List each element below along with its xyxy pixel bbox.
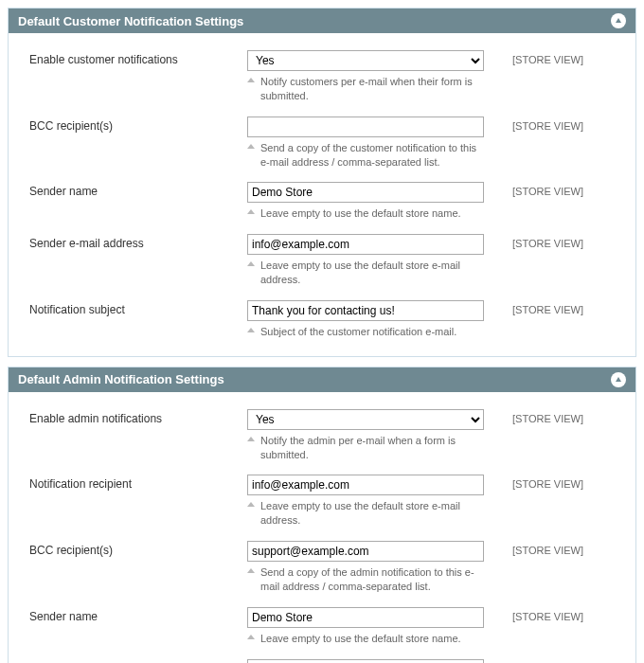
field-row-enable-admin: Enable admin notifications Yes Notify th… — [29, 409, 615, 462]
help-arrow-icon — [247, 328, 255, 332]
label-customer-sender-email: Sender e-mail address — [29, 234, 247, 250]
help-arrow-icon — [247, 144, 255, 149]
customer-sender-email-input[interactable] — [247, 234, 484, 255]
control-customer-sender-email: Leave empty to use the default store e-m… — [247, 234, 484, 287]
control-customer-subject: Subject of the customer notification e-m… — [247, 300, 484, 339]
field-row-customer-bcc: BCC recipient(s) Send a copy of the cust… — [29, 116, 615, 170]
admin-notification-section: Default Admin Notification Settings Enab… — [8, 367, 636, 663]
admin-section-body: Enable admin notifications Yes Notify th… — [9, 392, 635, 663]
admin-sender-name-input[interactable] — [247, 607, 484, 628]
scope-label: [STORE VIEW] — [512, 300, 583, 315]
label-customer-sender-name: Sender name — [29, 182, 247, 198]
help-enable-customer: Notify customers per e-mail when their f… — [247, 75, 484, 103]
admin-sender-email-input[interactable] — [247, 659, 484, 663]
admin-section-header[interactable]: Default Admin Notification Settings — [9, 367, 635, 392]
admin-bcc-input[interactable] — [247, 541, 484, 562]
help-enable-admin: Notify the admin per e-mail when a form … — [247, 434, 484, 462]
control-admin-recipient: Leave empty to use the default store e-m… — [247, 475, 484, 528]
label-admin-sender-name: Sender name — [29, 607, 247, 623]
admin-section-title: Default Admin Notification Settings — [18, 372, 224, 386]
label-customer-bcc: BCC recipient(s) — [29, 116, 247, 133]
help-admin-bcc: Send a copy of the admin notification to… — [247, 565, 484, 594]
scope-label: [STORE VIEW] — [512, 659, 583, 663]
field-row-customer-sender-email: Sender e-mail address Leave empty to use… — [29, 234, 615, 287]
control-admin-sender-email: Leave empty to use the default store e-m… — [247, 659, 484, 663]
help-arrow-icon — [247, 502, 255, 507]
field-row-admin-sender-name: Sender name Leave empty to use the defau… — [29, 607, 615, 646]
label-enable-customer: Enable customer notifications — [29, 50, 247, 66]
scope-label: [STORE VIEW] — [512, 50, 583, 65]
help-admin-sender-name: Leave empty to use the default store nam… — [247, 632, 484, 646]
customer-section-header[interactable]: Default Customer Notification Settings — [9, 9, 635, 33]
field-row-admin-bcc: BCC recipient(s) Send a copy of the admi… — [29, 541, 615, 594]
control-admin-sender-name: Leave empty to use the default store nam… — [247, 607, 484, 646]
enable-customer-select[interactable]: Yes — [247, 50, 484, 71]
control-customer-bcc: Send a copy of the customer notification… — [247, 116, 484, 170]
label-admin-recipient: Notification recipient — [29, 475, 247, 491]
help-admin-recipient: Leave empty to use the default store e-m… — [247, 499, 484, 528]
customer-section-title: Default Customer Notification Settings — [18, 14, 243, 28]
control-customer-sender-name: Leave empty to use the default store nam… — [247, 182, 484, 221]
enable-admin-select[interactable]: Yes — [247, 409, 484, 430]
help-customer-bcc: Send a copy of the customer notification… — [247, 141, 484, 170]
label-admin-bcc: BCC recipient(s) — [29, 541, 247, 557]
svg-marker-1 — [616, 377, 621, 382]
scope-label: [STORE VIEW] — [512, 475, 583, 490]
label-enable-admin: Enable admin notifications — [29, 409, 247, 425]
control-admin-bcc: Send a copy of the admin notification to… — [247, 541, 484, 594]
control-enable-admin: Yes Notify the admin per e-mail when a f… — [247, 409, 484, 462]
scope-label: [STORE VIEW] — [512, 182, 583, 197]
svg-marker-0 — [616, 18, 621, 23]
customer-sender-name-input[interactable] — [247, 182, 484, 203]
scope-label: [STORE VIEW] — [512, 607, 583, 622]
help-arrow-icon — [247, 261, 255, 266]
admin-recipient-input[interactable] — [247, 475, 484, 495]
help-arrow-icon — [247, 209, 255, 214]
help-customer-sender-email: Leave empty to use the default store e-m… — [247, 259, 484, 287]
field-row-customer-sender-name: Sender name Leave empty to use the defau… — [29, 182, 615, 221]
field-row-admin-sender-email: Sender e-mail address Leave empty to use… — [29, 659, 615, 663]
help-arrow-icon — [247, 78, 255, 82]
customer-bcc-input[interactable] — [247, 116, 484, 137]
scope-label: [STORE VIEW] — [512, 541, 583, 556]
scope-label: [STORE VIEW] — [512, 409, 583, 424]
control-enable-customer: Yes Notify customers per e-mail when the… — [247, 50, 484, 103]
scope-label: [STORE VIEW] — [512, 116, 583, 132]
field-row-customer-subject: Notification subject Subject of the cust… — [29, 300, 615, 339]
help-arrow-icon — [247, 635, 255, 639]
customer-section-body: Enable customer notifications Yes Notify… — [9, 33, 635, 356]
label-admin-sender-email: Sender e-mail address — [29, 659, 247, 663]
help-arrow-icon — [247, 437, 255, 441]
customer-subject-input[interactable] — [247, 300, 484, 321]
scope-label: [STORE VIEW] — [512, 234, 583, 249]
customer-notification-section: Default Customer Notification Settings E… — [8, 8, 636, 357]
help-customer-subject: Subject of the customer notification e-m… — [247, 325, 484, 339]
collapse-icon[interactable] — [611, 372, 626, 387]
help-arrow-icon — [247, 568, 255, 573]
label-customer-subject: Notification subject — [29, 300, 247, 316]
field-row-admin-recipient: Notification recipient Leave empty to us… — [29, 475, 615, 528]
collapse-icon[interactable] — [611, 13, 626, 28]
field-row-enable-customer: Enable customer notifications Yes Notify… — [29, 50, 615, 103]
help-customer-sender-name: Leave empty to use the default store nam… — [247, 206, 484, 221]
